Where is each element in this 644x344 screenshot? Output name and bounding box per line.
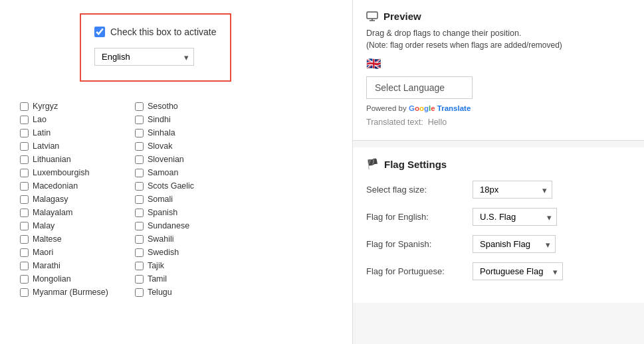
list-item: Maori — [20, 248, 108, 257]
preview-note: (Note: flag order resets when flags are … — [366, 41, 631, 50]
lang-checkbox-sesotho[interactable] — [135, 102, 144, 111]
list-item: Luxembourgish — [20, 168, 108, 177]
flag-portuguese-select[interactable]: Portuguese FlagBrazilian Flag — [473, 262, 563, 280]
list-item: Tajik — [135, 261, 194, 270]
list-item: Sundanese — [135, 221, 194, 230]
activation-box: Check this box to activate English Spani… — [80, 13, 231, 82]
lang-checkbox-sindhi[interactable] — [135, 116, 144, 124]
lang-checkbox-latin[interactable] — [20, 129, 29, 137]
list-item: Spanish — [135, 208, 194, 217]
list-item: Scots Gaelic — [135, 181, 194, 191]
flag-spanish-select[interactable]: Spanish FlagMexican FlagArgentine Flag — [473, 235, 556, 253]
lang-checkbox-tajik[interactable] — [135, 262, 144, 270]
lang-checkbox-luxembourgish[interactable] — [20, 169, 29, 177]
select-language-display: Select Language — [366, 76, 473, 99]
list-item: Marathi — [20, 261, 108, 270]
list-item: Telugu — [135, 288, 194, 297]
flag-english-select-wrapper: U.S. FlagUK FlagAustralian Flag — [473, 208, 557, 226]
flag-spanish-label: Flag for Spanish: — [366, 239, 473, 249]
language-col-1: Kyrgyz Lao Latin Latvian Lithuanian Luxe… — [20, 102, 108, 297]
list-item: Sinhala — [135, 128, 194, 137]
list-item: Maltese — [20, 234, 108, 244]
lang-checkbox-malayalam[interactable] — [20, 209, 29, 217]
list-item: Tamil — [135, 274, 194, 284]
lang-checkbox-lithuanian[interactable] — [20, 155, 29, 164]
lang-checkbox-malagasy[interactable] — [20, 195, 29, 204]
lang-checkbox-maltese[interactable] — [20, 235, 29, 244]
flag-portuguese-select-wrapper: Portuguese FlagBrazilian Flag — [473, 262, 563, 280]
preview-desc: Drag & drop flags to change their positi… — [366, 29, 631, 38]
flag-english-label: Flag for English: — [366, 212, 473, 222]
list-item: Swedish — [135, 248, 194, 257]
lang-checkbox-samoan[interactable] — [135, 169, 144, 177]
flag-size-label: Select flag size: — [366, 185, 473, 195]
lang-checkbox-somali[interactable] — [135, 195, 144, 204]
flag-spanish-row: Flag for Spanish: Spanish FlagMexican Fl… — [366, 235, 631, 253]
list-item: Myanmar (Burmese) — [20, 288, 108, 297]
lang-checkbox-latvian[interactable] — [20, 142, 29, 151]
flag-size-select[interactable]: 12px14px16px18px20px24px — [473, 181, 552, 199]
flag-spanish-select-wrapper: Spanish FlagMexican FlagArgentine Flag — [473, 235, 556, 253]
lang-checkbox-sinhala[interactable] — [135, 129, 144, 137]
monitor-icon — [366, 11, 378, 21]
list-item: Latvian — [20, 141, 108, 151]
list-item: Malay — [20, 221, 108, 230]
activation-label: Check this box to activate — [110, 27, 217, 37]
list-item: Slovenian — [135, 155, 194, 164]
flag-portuguese-row: Flag for Portuguese: Portuguese FlagBraz… — [366, 262, 631, 280]
list-item: Macedonian — [20, 181, 108, 191]
list-item: Lithuanian — [20, 155, 108, 164]
list-item: Samoan — [135, 168, 194, 177]
lang-checkbox-scots-gaelic[interactable] — [135, 182, 144, 191]
list-item: Somali — [135, 195, 194, 204]
list-item: Malagasy — [20, 195, 108, 204]
list-item: Swahili — [135, 234, 194, 244]
lang-checkbox-mongolian[interactable] — [20, 275, 29, 284]
list-item: Lao — [20, 115, 108, 124]
lang-checkbox-myanmar[interactable] — [20, 288, 29, 297]
list-item: Slovak — [135, 141, 194, 151]
lang-checkbox-sundanese[interactable] — [135, 222, 144, 230]
list-item: Latin — [20, 128, 108, 137]
lang-checkbox-malay[interactable] — [20, 222, 29, 230]
lang-checkbox-swedish[interactable] — [135, 248, 144, 257]
lang-checkbox-marathi[interactable] — [20, 262, 29, 270]
lang-checkbox-macedonian[interactable] — [20, 182, 29, 191]
flag-settings-title: 🏴 Flag Settings — [366, 158, 631, 170]
translated-text: Translated text: Hello — [366, 118, 631, 127]
uk-flag-icon: 🇬🇧 — [366, 56, 631, 71]
flag-english-select[interactable]: U.S. FlagUK FlagAustralian Flag — [473, 208, 557, 226]
language-select[interactable]: English Spanish French German Portuguese — [94, 48, 194, 66]
svg-rect-0 — [367, 12, 377, 19]
preview-title: Preview — [366, 11, 631, 22]
flag-size-select-wrapper: 12px14px16px18px20px24px — [473, 181, 552, 199]
lang-checkbox-lao[interactable] — [20, 116, 29, 124]
lang-checkbox-maori[interactable] — [20, 248, 29, 257]
powered-by: Powered by Google Translate — [366, 104, 631, 112]
flag-icon: 🏴 — [366, 158, 379, 170]
flag-size-row: Select flag size: 12px14px16px18px20px24… — [366, 181, 631, 199]
flag-portuguese-label: Flag for Portuguese: — [366, 266, 473, 276]
right-panel: Preview Drag & drop flags to change thei… — [353, 0, 644, 344]
list-item: Sindhi — [135, 115, 194, 124]
lang-checkbox-slovenian[interactable] — [135, 155, 144, 164]
lang-checkbox-telugu[interactable] — [135, 288, 144, 297]
flag-english-row: Flag for English: U.S. FlagUK FlagAustra… — [366, 208, 631, 226]
lang-checkbox-spanish[interactable] — [135, 209, 144, 217]
language-col-2: Sesotho Sindhi Sinhala Slovak Slovenian … — [135, 102, 194, 297]
lang-checkbox-tamil[interactable] — [135, 275, 144, 284]
left-panel: Check this box to activate English Spani… — [0, 0, 352, 344]
activation-row: Check this box to activate — [94, 27, 217, 37]
list-item: Kyrgyz — [20, 102, 108, 111]
flag-settings-section: 🏴 Flag Settings Select flag size: 12px14… — [353, 147, 644, 303]
list-item: Sesotho — [135, 102, 194, 111]
language-list: Kyrgyz Lao Latin Latvian Lithuanian Luxe… — [13, 102, 339, 297]
language-dropdown-wrapper: English Spanish French German Portuguese — [94, 48, 194, 66]
activate-checkbox[interactable] — [94, 27, 105, 37]
lang-checkbox-kyrgyz[interactable] — [20, 102, 29, 111]
lang-checkbox-slovak[interactable] — [135, 142, 144, 151]
list-item: Mongolian — [20, 274, 108, 284]
lang-checkbox-swahili[interactable] — [135, 235, 144, 244]
preview-section: Preview Drag & drop flags to change thei… — [353, 0, 644, 141]
list-item: Malayalam — [20, 208, 108, 217]
